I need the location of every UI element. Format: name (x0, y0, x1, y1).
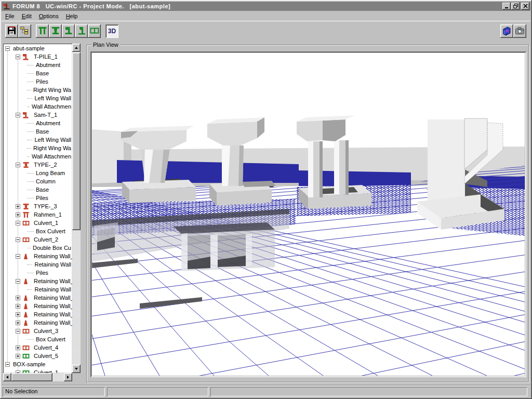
scroll-up-button[interactable] (72, 44, 81, 52)
tree-item-culvert-3[interactable]: Culvert_3 (3, 327, 72, 335)
menu-file[interactable]: File (2, 12, 18, 20)
tree-item-t-pile-1[interactable]: T-PILE_1 (3, 52, 72, 61)
tree-item-column[interactable]: Column (3, 177, 72, 185)
plan-view-canvas[interactable] (92, 53, 525, 376)
scroll-left-button[interactable] (3, 373, 11, 381)
tree-item-culvert-1[interactable]: Culvert_1 (3, 368, 72, 373)
tree-item-abut-sample[interactable]: abut-sample (3, 44, 72, 52)
culvert-red-icon (22, 328, 31, 335)
menu-edit[interactable]: Edit (18, 12, 35, 20)
tree-item-label: Piles (35, 270, 49, 276)
menu-help[interactable]: Help (62, 12, 82, 20)
tree-item-wall-attachmen[interactable]: Wall Attachmen (3, 152, 72, 161)
expand-minus-box[interactable] (16, 237, 20, 242)
vertical-scroll-thumb[interactable] (72, 52, 81, 230)
expand-minus-box[interactable] (16, 329, 20, 334)
tree-item-culvert-2[interactable]: Culvert_2 (3, 235, 72, 244)
abutment-a-button[interactable] (62, 24, 75, 38)
box-culvert-button[interactable] (88, 24, 101, 38)
expand-plus-box[interactable] (16, 354, 20, 358)
tree-item-left-wing-wall[interactable]: Left Wing Wall (3, 94, 72, 102)
expand-plus-box[interactable] (16, 312, 20, 317)
tree-item-retaining-wall[interactable]: Retaining Wall (3, 285, 72, 294)
tree-item-abutment[interactable]: Abutment (3, 61, 72, 69)
tree-item-left-wing-wall[interactable]: Left Wing Wall (3, 136, 72, 144)
tree-item-piles[interactable]: Piles (3, 194, 72, 202)
pier-frame-button[interactable] (36, 24, 49, 38)
tree-item-label: Wall Attachmen (31, 103, 72, 110)
tree-item-double-box-cu[interactable]: Double Box Cu (3, 244, 72, 252)
expand-minus-box[interactable] (16, 55, 20, 59)
plan-view-label: Plan View (91, 42, 120, 48)
close-button[interactable] (521, 3, 529, 10)
tree-item-box-sample[interactable]: BOX-sample (3, 360, 72, 368)
horizontal-scroll-thumb[interactable] (11, 373, 52, 381)
tree-horizontal-scrollbar[interactable] (3, 373, 72, 381)
tree-item-retaining-wall[interactable]: Retaining Wall_ (3, 277, 72, 285)
tree-item-base[interactable]: Base (3, 127, 72, 136)
tree-connector (27, 273, 34, 273)
tree-item-culvert-1[interactable]: Culvert_1 (3, 219, 72, 227)
tree-item-retaining-wall[interactable]: Retaining Wall_ (3, 318, 72, 327)
menu-options[interactable]: Options (35, 12, 62, 20)
snapshot-button[interactable] (513, 24, 526, 38)
tree-item-label: Retaining Wall_ (33, 320, 72, 326)
expand-minus-box[interactable] (16, 279, 20, 284)
tree-vertical-scrollbar[interactable] (72, 44, 81, 373)
tree-item-box-culvert[interactable]: Box Culvert (3, 335, 72, 343)
toolbar: 3DR (2, 21, 530, 41)
tree-item-retaining-wall[interactable]: Retaining Wall (3, 260, 72, 269)
tree-item-long-beam[interactable]: Long Beam (3, 169, 72, 177)
tree-item-retaining-wall[interactable]: Retaining Wall_ (3, 302, 72, 310)
tree-item-abutment[interactable]: Abutment (3, 119, 72, 127)
status-bar: No Selection (2, 385, 530, 397)
tree-item-base[interactable]: Base (3, 185, 72, 194)
tree-item-label: Base (35, 187, 50, 193)
tree-item-label: TYPE-_2 (33, 162, 58, 168)
tree-item-culvert-4[interactable]: Culvert_4 (3, 343, 72, 352)
tree-connector (27, 148, 31, 149)
tree-item-label: Right Wing Wa (32, 145, 72, 151)
expand-plus-box[interactable] (16, 304, 20, 309)
tree-item-piles[interactable]: Piles (3, 269, 72, 277)
tree-item-piles[interactable]: Piles (3, 77, 72, 86)
tree-item-rahmen-1[interactable]: Rahmen_1 (3, 210, 72, 219)
expand-minus-box[interactable] (5, 46, 10, 51)
abutment-b-button[interactable] (75, 24, 88, 38)
expand-plus-box[interactable] (16, 204, 20, 209)
expand-minus-box[interactable] (16, 221, 20, 225)
tree-item-label: Sam-T_1 (33, 112, 58, 118)
restore-button[interactable] (511, 3, 520, 10)
tree-item-retaining-wall[interactable]: Retaining Wall_ (3, 294, 72, 302)
tree-item-right-wing-wa[interactable]: Right Wing Wa (3, 86, 72, 94)
tree-item-retaining-wall[interactable]: Retaining Wall_ (3, 310, 72, 318)
expand-minus-box[interactable] (16, 254, 20, 259)
view-3d-button[interactable]: 3D (105, 24, 118, 38)
tree-item-type-2[interactable]: TYPE-_2 (3, 161, 72, 169)
report-button[interactable]: R (500, 24, 513, 38)
tree-item-right-wing-wa[interactable]: Right Wing Wa (3, 144, 72, 152)
tree-item-wall-attachmen[interactable]: Wall Attachmen (3, 102, 72, 111)
minimize-icon (504, 3, 509, 9)
expand-minus-box[interactable] (16, 163, 20, 167)
expand-minus-box[interactable] (16, 113, 20, 117)
tree-item-retaining-wall[interactable]: Retaining Wall_ (3, 252, 72, 260)
tree-item-culvert-5[interactable]: Culvert_5 (3, 352, 72, 360)
tree-item-box-culvert[interactable]: Box Culvert (3, 227, 72, 235)
tree-item-base[interactable]: Base (3, 69, 72, 77)
pier-t-button[interactable] (49, 24, 62, 38)
expand-minus-box[interactable] (5, 362, 10, 367)
expand-plus-box[interactable] (16, 296, 20, 300)
arrow-down-icon (75, 368, 78, 371)
tree-item-type-3[interactable]: TYPE-_3 (3, 202, 72, 210)
tree-item-sam-t-1[interactable]: Sam-T_1 (3, 111, 72, 119)
wall-red-icon (22, 253, 31, 260)
project-tree-button[interactable] (18, 24, 31, 38)
save-button[interactable] (5, 24, 18, 38)
scroll-right-button[interactable] (64, 373, 72, 381)
expand-plus-box[interactable] (16, 345, 20, 350)
scroll-down-button[interactable] (72, 365, 81, 373)
expand-plus-box[interactable] (16, 212, 20, 217)
minimize-button[interactable] (502, 3, 511, 10)
expand-plus-box[interactable] (16, 321, 20, 325)
